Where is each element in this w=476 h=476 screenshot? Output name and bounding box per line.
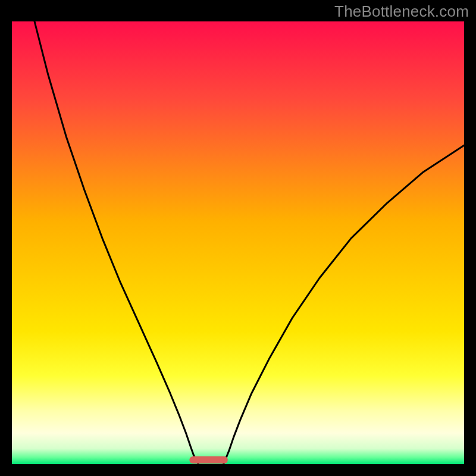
chart-container: TheBottleneck.com [0, 0, 476, 476]
chart-svg [12, 21, 464, 464]
plot-area [12, 21, 464, 464]
optimal-marker [189, 456, 228, 464]
gradient-background [12, 21, 464, 464]
watermark-label: TheBottleneck.com [334, 2, 469, 21]
